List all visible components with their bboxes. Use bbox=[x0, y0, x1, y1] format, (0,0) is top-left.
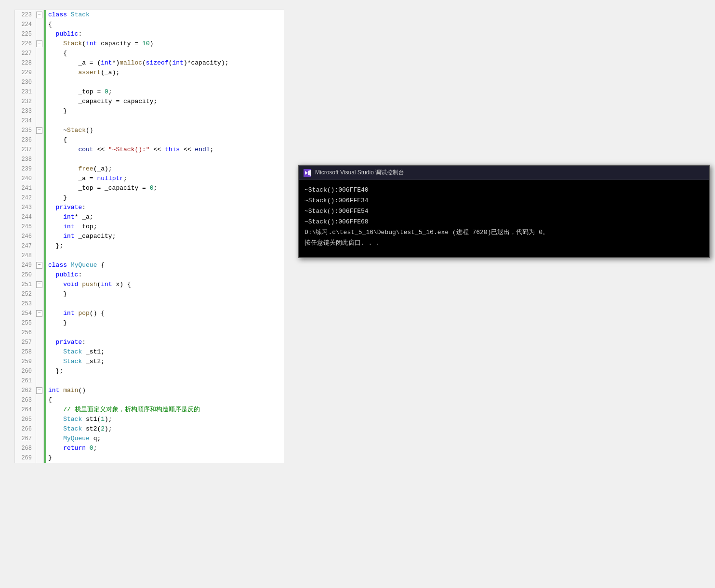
line-content: }; bbox=[46, 366, 284, 376]
collapse-indicator[interactable]: − bbox=[36, 261, 44, 270]
line-content: Stack(int capacity = 10) bbox=[46, 39, 284, 49]
table-row: 262−int main() bbox=[15, 386, 284, 395]
collapse-indicator bbox=[36, 395, 44, 405]
line-content: int _top; bbox=[46, 222, 284, 232]
line-content: int _capacity; bbox=[46, 232, 284, 241]
line-content: int* _a; bbox=[46, 212, 284, 222]
collapse-indicator[interactable]: − bbox=[36, 126, 44, 135]
collapse-indicator bbox=[36, 20, 44, 29]
collapse-indicator bbox=[36, 405, 44, 415]
console-output-line: ~Stack():006FFE68 bbox=[305, 217, 703, 227]
line-content: void push(int x) { bbox=[46, 280, 284, 289]
code-editor: 223−class Stack224{225 public:226− Stack… bbox=[14, 10, 284, 463]
table-row: 241 _top = _capacity = 0; bbox=[15, 183, 284, 193]
line-number: 258 bbox=[15, 347, 36, 357]
table-row: 223−class Stack bbox=[15, 10, 284, 20]
line-content: { bbox=[46, 20, 284, 29]
collapse-indicator[interactable]: − bbox=[36, 386, 44, 395]
table-row: 232 _capacity = capacity; bbox=[15, 97, 284, 106]
table-row: 224{ bbox=[15, 20, 284, 29]
line-number: 232 bbox=[15, 97, 36, 106]
line-number: 249 bbox=[15, 261, 36, 270]
collapse-indicator bbox=[36, 357, 44, 366]
collapse-indicator bbox=[36, 87, 44, 97]
line-content bbox=[46, 155, 284, 164]
line-content: _top = _capacity = 0; bbox=[46, 183, 284, 193]
collapse-indicator bbox=[36, 193, 44, 203]
table-row: 252 } bbox=[15, 289, 284, 299]
collapse-indicator bbox=[36, 328, 44, 338]
collapse-indicator bbox=[36, 232, 44, 241]
collapse-indicator bbox=[36, 135, 44, 145]
table-row: 240 _a = nullptr; bbox=[15, 174, 284, 183]
line-number: 246 bbox=[15, 232, 36, 241]
collapse-icon[interactable]: − bbox=[36, 310, 42, 317]
collapse-icon[interactable]: − bbox=[36, 387, 42, 394]
line-number: 226 bbox=[15, 39, 36, 49]
collapse-indicator bbox=[36, 299, 44, 309]
collapse-icon[interactable]: − bbox=[36, 281, 42, 288]
collapse-indicator bbox=[36, 424, 44, 434]
line-content: MyQueue q; bbox=[46, 434, 284, 444]
collapse-icon[interactable]: − bbox=[36, 127, 42, 134]
collapse-indicator bbox=[36, 338, 44, 347]
table-row: 263{ bbox=[15, 395, 284, 405]
collapse-indicator[interactable]: − bbox=[36, 280, 44, 289]
line-content: _top = 0; bbox=[46, 87, 284, 97]
console-output-line: 按任意键关闭此窗口. . . bbox=[305, 238, 703, 248]
line-number: 229 bbox=[15, 68, 36, 78]
table-row: 237 cout << "~Stack():" << this << endl; bbox=[15, 145, 284, 155]
line-content bbox=[46, 116, 284, 126]
table-row: 266 Stack st2(2); bbox=[15, 424, 284, 434]
collapse-indicator[interactable]: − bbox=[36, 309, 44, 318]
collapse-indicator bbox=[36, 444, 44, 453]
line-number: 241 bbox=[15, 183, 36, 193]
collapse-indicator bbox=[36, 106, 44, 116]
table-row: 231 _top = 0; bbox=[15, 87, 284, 97]
collapse-indicator bbox=[36, 97, 44, 106]
collapse-indicator bbox=[36, 116, 44, 126]
table-row: 268 return 0; bbox=[15, 444, 284, 453]
collapse-indicator bbox=[36, 376, 44, 386]
collapse-indicator[interactable]: − bbox=[36, 10, 44, 20]
collapse-icon[interactable]: − bbox=[36, 40, 42, 47]
collapse-indicator bbox=[36, 241, 44, 251]
table-row: 236 { bbox=[15, 135, 284, 145]
console-output-line: ~Stack():006FFE54 bbox=[305, 206, 703, 217]
console-output-line: ~Stack():006FFE34 bbox=[305, 196, 703, 206]
line-content bbox=[46, 251, 284, 261]
table-row: 267 MyQueue q; bbox=[15, 434, 284, 444]
table-row: 243 private: bbox=[15, 203, 284, 212]
collapse-indicator bbox=[36, 78, 44, 87]
line-content: class Stack bbox=[46, 10, 284, 20]
console-output-line: ~Stack():006FFE40 bbox=[305, 185, 703, 196]
line-content: free(_a); bbox=[46, 164, 284, 174]
line-number: 265 bbox=[15, 415, 36, 424]
line-number: 252 bbox=[15, 289, 36, 299]
line-content: } bbox=[46, 106, 284, 116]
collapse-icon[interactable]: − bbox=[36, 262, 42, 269]
collapse-indicator bbox=[36, 29, 44, 39]
console-window: Microsoft Visual Studio 调试控制台 ~Stack():0… bbox=[298, 165, 710, 258]
collapse-indicator[interactable]: − bbox=[36, 39, 44, 49]
table-row: 249−class MyQueue { bbox=[15, 261, 284, 270]
table-row: 227 { bbox=[15, 49, 284, 58]
line-number: 267 bbox=[15, 434, 36, 444]
line-content bbox=[46, 299, 284, 309]
line-number: 225 bbox=[15, 29, 36, 39]
line-number: 235 bbox=[15, 126, 36, 135]
console-body: ~Stack():006FFE40~Stack():006FFE34~Stack… bbox=[299, 180, 709, 257]
line-content: } bbox=[46, 318, 284, 328]
line-number: 239 bbox=[15, 164, 36, 174]
table-row: 229 assert(_a); bbox=[15, 68, 284, 78]
table-row: 246 int _capacity; bbox=[15, 232, 284, 241]
collapse-indicator bbox=[36, 347, 44, 357]
collapse-indicator bbox=[36, 453, 44, 463]
table-row: 253 bbox=[15, 299, 284, 309]
line-number: 243 bbox=[15, 203, 36, 212]
line-content bbox=[46, 376, 284, 386]
line-number: 240 bbox=[15, 174, 36, 183]
line-number: 263 bbox=[15, 395, 36, 405]
collapse-icon[interactable]: − bbox=[36, 12, 42, 18]
table-row: 260 }; bbox=[15, 366, 284, 376]
